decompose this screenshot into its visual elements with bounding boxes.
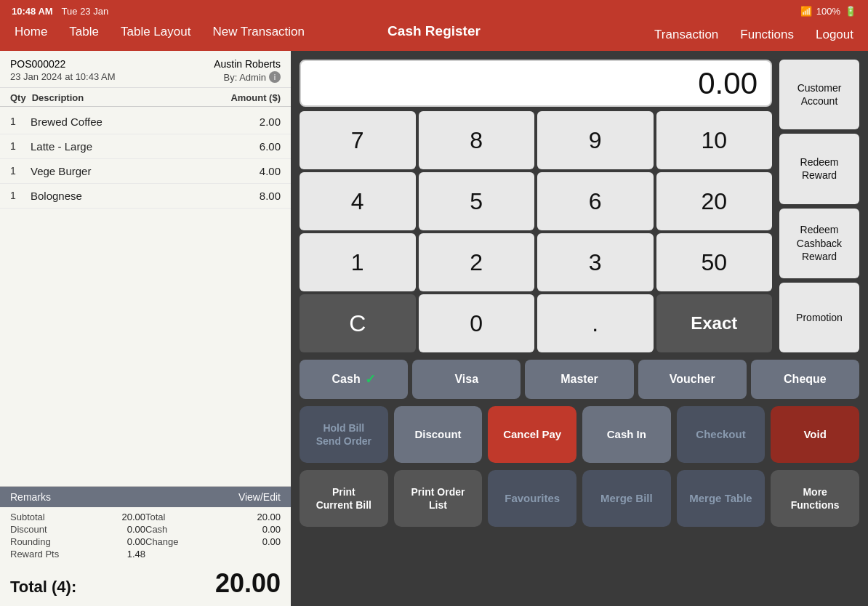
key-5[interactable]: 5 xyxy=(419,172,535,230)
discount-label: Discount xyxy=(10,524,78,535)
table-row[interactable]: 1 Bolognese 8.00 xyxy=(0,184,291,209)
view-edit-link[interactable]: View/Edit xyxy=(238,491,281,503)
status-icons: 📶 100% 🔋 xyxy=(800,6,856,17)
rewardpts-value: 1.48 xyxy=(78,549,145,559)
table-row[interactable]: 1 Latte - Large 6.00 xyxy=(0,134,291,159)
customer-name: Austin Roberts xyxy=(214,58,281,70)
pos-id: POS000022 xyxy=(10,58,65,70)
key-8[interactable]: 8 xyxy=(419,111,535,169)
table-row[interactable]: 1 Brewed Coffee 2.00 xyxy=(0,110,291,134)
pay-visa-button[interactable]: Visa xyxy=(412,360,521,399)
table-row[interactable]: 1 Vege Burger 4.00 xyxy=(0,159,291,184)
promotion-button[interactable]: Promotion xyxy=(779,283,859,352)
key-50[interactable]: 50 xyxy=(656,233,773,291)
customer-account-button[interactable]: Customer Account xyxy=(779,60,859,129)
redeem-cashback-button[interactable]: Redeem Cashback Reward xyxy=(779,209,859,278)
item-qty-2: 1 xyxy=(10,165,25,177)
info-icon[interactable]: i xyxy=(269,71,281,83)
key-7[interactable]: 7 xyxy=(300,111,416,169)
redeem-reward-button[interactable]: Redeem Reward xyxy=(779,134,859,203)
pay-cheque-button[interactable]: Cheque xyxy=(751,360,859,399)
key-dot[interactable]: . xyxy=(537,294,654,352)
side-buttons: Customer Account Redeem Reward Redeem Ca… xyxy=(779,60,859,352)
wifi-icon: 📶 xyxy=(800,6,812,17)
nav-home[interactable]: Home xyxy=(15,25,47,39)
item-desc-3: Bolognese xyxy=(25,190,260,202)
nav-table-layout[interactable]: Table Layout xyxy=(121,25,190,39)
key-20[interactable]: 20 xyxy=(656,172,773,230)
pay-cheque-label: Cheque xyxy=(784,373,827,386)
key-2[interactable]: 2 xyxy=(419,233,535,291)
receipt-panel: POS000022 Austin Roberts 23 Jan 2024 at … xyxy=(0,51,291,606)
key-0[interactable]: 0 xyxy=(419,294,535,352)
rounding-label: Rounding xyxy=(10,536,78,547)
pay-visa-label: Visa xyxy=(454,373,478,386)
print-order-list-button[interactable]: Print Order List xyxy=(394,470,483,527)
pay-cash-button[interactable]: Cash ✓ xyxy=(300,360,408,399)
cancel-pay-button[interactable]: Cancel Pay xyxy=(488,406,576,463)
subtotal-label: Subtotal xyxy=(10,512,78,522)
item-qty-1: 1 xyxy=(10,140,25,152)
payment-row: Cash ✓ Visa Master Voucher Cheque xyxy=(300,360,859,399)
item-desc-1: Latte - Large xyxy=(25,140,260,153)
cash-value: 0.00 xyxy=(213,524,281,535)
total-value: 20.00 xyxy=(215,568,281,599)
favourites-button[interactable]: Favourites xyxy=(488,470,576,527)
time-display: 10:48 AM xyxy=(12,6,53,17)
item-amount-3: 8.00 xyxy=(260,190,281,202)
pay-master-button[interactable]: Master xyxy=(525,360,633,399)
nav-transaction[interactable]: Transaction xyxy=(654,28,718,42)
total-row: Total (4): 20.00 xyxy=(0,564,291,606)
item-amount-0: 2.00 xyxy=(260,116,281,128)
nav-new-transaction[interactable]: New Transaction xyxy=(212,25,305,39)
top-bar: 10:48 AM Tue 23 Jan 📶 100% 🔋 Home Table … xyxy=(0,0,868,51)
battery-label: 100% xyxy=(816,6,840,17)
cash-selected-icon: ✓ xyxy=(365,371,376,387)
item-amount-1: 6.00 xyxy=(260,140,281,153)
cash-in-button[interactable]: Cash In xyxy=(582,406,671,463)
date-display: Tue 23 Jan xyxy=(62,6,109,17)
key-exact[interactable]: Exact xyxy=(656,294,773,352)
key-3[interactable]: 3 xyxy=(537,233,654,291)
nav-right: Transaction Functions Logout xyxy=(654,28,853,42)
nav-logout[interactable]: Logout xyxy=(816,28,853,42)
keypad-area: 0.00 7 8 9 10 4 5 6 20 1 2 3 50 C 0 xyxy=(300,60,772,352)
total-label: Total (4): xyxy=(10,578,76,597)
key-6[interactable]: 6 xyxy=(537,172,654,230)
right-panel: 0.00 7 8 9 10 4 5 6 20 1 2 3 50 C 0 xyxy=(291,51,868,606)
key-9[interactable]: 9 xyxy=(537,111,654,169)
pay-voucher-button[interactable]: Voucher xyxy=(638,360,747,399)
nav-table[interactable]: Table xyxy=(69,25,99,39)
remarks-bar: Remarks View/Edit xyxy=(0,487,291,507)
void-button[interactable]: Void xyxy=(771,406,859,463)
receipt-by: By: Admin xyxy=(223,72,266,83)
change-value: 0.00 xyxy=(213,536,281,547)
key-10[interactable]: 10 xyxy=(656,111,773,169)
merge-table-button[interactable]: Merge Table xyxy=(677,470,765,527)
rounding-value: 0.00 xyxy=(78,536,145,547)
merge-bill-button[interactable]: Merge Bill xyxy=(582,470,671,527)
status-bar: 10:48 AM Tue 23 Jan xyxy=(12,6,108,17)
key-1[interactable]: 1 xyxy=(300,233,416,291)
discount-button[interactable]: Discount xyxy=(394,406,483,463)
hold-bill-button[interactable]: Hold Bill Send Order xyxy=(300,406,388,463)
key-clear[interactable]: C xyxy=(300,294,416,352)
summary-grid: Subtotal 20.00 Total 20.00 Discount 0.00… xyxy=(0,507,291,564)
item-desc-0: Brewed Coffee xyxy=(25,116,260,128)
item-qty-3: 1 xyxy=(10,190,25,201)
col-qty: Qty xyxy=(10,92,26,103)
nav-functions[interactable]: Functions xyxy=(740,28,794,42)
display-value: 0.00 xyxy=(698,66,758,101)
print-current-bill-button[interactable]: Print Current Bill xyxy=(300,470,388,527)
discount-value: 0.00 xyxy=(78,524,145,535)
more-functions-button[interactable]: More Functions xyxy=(771,470,859,527)
col-amount: Amount ($) xyxy=(230,92,281,103)
receipt-header: POS000022 Austin Roberts 23 Jan 2024 at … xyxy=(0,51,291,88)
key-4[interactable]: 4 xyxy=(300,172,416,230)
receipt-items: 1 Brewed Coffee 2.00 1 Latte - Large 6.0… xyxy=(0,107,291,486)
nav-left: Home Table Table Layout New Transaction xyxy=(15,25,305,39)
battery-icon: 🔋 xyxy=(845,6,856,17)
action-row-1: Hold Bill Send Order Discount Cancel Pay… xyxy=(300,406,859,463)
checkout-button[interactable]: Checkout xyxy=(677,406,765,463)
change-label: Change xyxy=(145,536,213,547)
